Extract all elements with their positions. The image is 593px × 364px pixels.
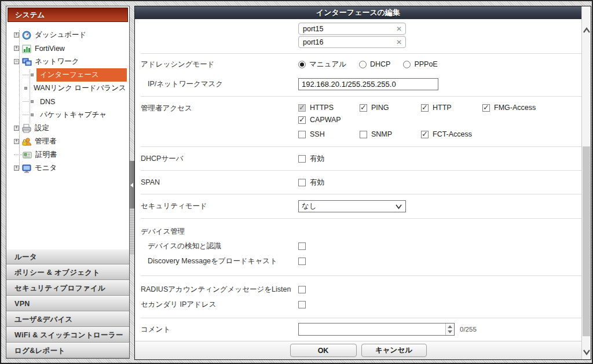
checkbox-fct-access[interactable]: FCT-Access <box>421 130 472 138</box>
security-mode-select[interactable]: なし <box>298 200 406 212</box>
device-management-block: デバイス管理 デバイスの検知と認識 Discovery Messageをブロード… <box>135 219 581 275</box>
sidebar-section-log-report[interactable]: ログ&レポート <box>6 343 129 358</box>
sidebar-item-admin[interactable]: + 管理者 <box>6 135 129 148</box>
discovery-broadcast-row: Discovery Messageをブロードキャスト <box>135 253 581 269</box>
sidebar-item-dashboard[interactable]: + ダッシュボード <box>6 28 129 42</box>
app-frame: システム + ダッシュボード + FortiView − <box>0 0 593 364</box>
sidebar-collapse-handle[interactable] <box>130 161 134 208</box>
expand-icon[interactable]: + <box>14 139 19 144</box>
comment-row: コメント 0/255 <box>135 320 581 339</box>
checkbox-icon[interactable] <box>360 104 367 112</box>
ip-mask-field[interactable] <box>298 78 438 90</box>
checkbox-label: SNMP <box>371 130 392 138</box>
expand-icon[interactable]: + <box>14 166 19 171</box>
scroll-up-icon[interactable] <box>582 25 591 36</box>
scrollbar-thumb[interactable] <box>583 146 590 336</box>
checkbox-radius-listen[interactable] <box>298 286 306 293</box>
checkbox-label: 有効 <box>310 154 324 164</box>
expand-icon[interactable]: + <box>14 32 19 38</box>
checkbox-icon[interactable] <box>298 104 306 112</box>
scrollbar[interactable] <box>581 6 591 359</box>
sidebar-item-label: インターフェース <box>36 68 127 82</box>
checkbox-discovery-broadcast[interactable] <box>298 258 306 265</box>
checkbox-label: FCT-Access <box>433 130 472 138</box>
radio-icon[interactable] <box>298 61 306 68</box>
sidebar-section-wifi-switch[interactable]: WiFi & スイッチコントローラー <box>6 327 129 343</box>
checkbox-label: HTTPS <box>310 104 334 112</box>
spinner-down-icon[interactable] <box>448 330 452 333</box>
sidebar-section-policy-objects[interactable]: ポリシー & オブジェクト <box>6 264 129 280</box>
radio-dhcp[interactable]: DHCP <box>359 60 390 68</box>
checkbox-span-enable[interactable]: 有効 <box>298 178 324 187</box>
bullet-icon <box>24 87 27 90</box>
checkbox-dhcp-enable[interactable]: 有効 <box>298 154 324 164</box>
radius-listen-label: RADIUSアカウンティングメッセージをListen <box>141 285 298 295</box>
radio-pppoe[interactable]: PPPoE <box>403 60 437 68</box>
collapse-icon[interactable]: − <box>14 59 19 64</box>
sidebar-item-dns[interactable]: DNS <box>6 95 129 108</box>
spinner-control[interactable] <box>445 323 454 335</box>
scroll-down-icon[interactable] <box>582 347 591 358</box>
comment-input[interactable] <box>299 323 442 335</box>
radio-icon[interactable] <box>403 61 411 68</box>
device-management-label: デバイス管理 <box>141 227 298 237</box>
remove-icon[interactable]: ✕ <box>396 24 402 34</box>
ok-button[interactable]: OK <box>290 344 357 357</box>
checkbox-icon[interactable] <box>298 155 306 163</box>
ip-mask-input[interactable] <box>299 80 438 89</box>
ip-mask-label: IP/ネットワークマスク <box>141 79 298 89</box>
checkbox-label: FMG-Access <box>494 104 536 112</box>
checkbox-icon[interactable] <box>298 131 306 138</box>
interface-name-field[interactable]: ✕ <box>298 23 406 35</box>
checkbox-secondary-ip[interactable] <box>298 301 306 308</box>
checkbox-fmg-access[interactable]: FMG-Access <box>482 104 536 112</box>
sidebar-item-fortiview[interactable]: + FortiView <box>6 42 129 55</box>
sidebar-item-label: DNS <box>36 96 58 108</box>
settings-icon <box>22 124 32 133</box>
checkbox-icon[interactable] <box>360 131 367 138</box>
checkbox-snmp[interactable]: SNMP <box>360 130 421 138</box>
checkbox-https[interactable]: HTTPS <box>298 104 360 112</box>
device-detection-label: デバイスの検知と認識 <box>141 241 298 251</box>
expand-icon[interactable]: + <box>14 46 19 51</box>
checkbox-ping[interactable]: PING <box>360 104 421 112</box>
sidebar-item-wan-load-balance[interactable]: WANリンク ロードバランス <box>6 82 129 95</box>
interface-name-input[interactable] <box>303 23 390 34</box>
dialog-title: インターフェースの編集 <box>135 6 581 19</box>
sidebar-item-packet-capture[interactable]: パケットキャプチャ <box>6 108 129 122</box>
comment-field[interactable] <box>298 323 455 336</box>
ip-mask-row: IP/ネットワークマスク <box>135 75 581 93</box>
sidebar-item-certificates[interactable]: 証明書 <box>6 148 129 161</box>
spinner-up-icon[interactable] <box>448 325 452 328</box>
checkbox-ssh[interactable]: SSH <box>298 130 360 138</box>
checkbox-capwap[interactable]: CAPWAP <box>298 116 341 124</box>
remove-icon[interactable]: ✕ <box>396 38 402 47</box>
radio-manual[interactable]: マニュアル <box>298 60 346 69</box>
checkbox-icon[interactable] <box>298 116 306 124</box>
sidebar-header-system[interactable]: システム <box>8 8 128 22</box>
sidebar: システム + ダッシュボード + FortiView − <box>6 6 130 359</box>
checkbox-icon[interactable] <box>421 131 429 138</box>
sidebar-section-vpn[interactable]: VPN <box>6 296 129 311</box>
cancel-button[interactable]: キャンセル <box>361 344 427 357</box>
sidebar-item-config[interactable]: + 設定 <box>6 122 129 135</box>
sidebar-section-user-device[interactable]: ユーザ&デバイス <box>6 311 129 327</box>
sidebar-item-network[interactable]: − ネットワーク <box>6 55 129 68</box>
sidebar-item-label: パケットキャプチャ <box>36 108 110 122</box>
sidebar-item-monitor[interactable]: + モニタ <box>6 161 129 175</box>
checkbox-http[interactable]: HTTP <box>421 104 482 112</box>
radio-icon[interactable] <box>359 61 367 68</box>
sidebar-item-interface[interactable]: インターフェース <box>6 68 129 82</box>
checkbox-icon[interactable] <box>298 179 306 186</box>
sidebar-section-security-profiles[interactable]: セキュリティプロファイル <box>6 280 129 296</box>
sidebar-section-router[interactable]: ルータ <box>6 249 129 264</box>
expand-icon[interactable]: + <box>14 126 19 131</box>
sidebar-item-label: 証明書 <box>35 150 57 160</box>
checkbox-icon[interactable] <box>421 104 429 112</box>
checkbox-device-detection[interactable] <box>298 242 306 250</box>
interface-name-field[interactable]: ✕ <box>298 36 406 48</box>
monitor-icon <box>22 164 32 173</box>
checkbox-label: CAPWAP <box>310 116 341 124</box>
interface-name-input[interactable] <box>303 36 390 47</box>
checkbox-icon[interactable] <box>482 104 490 112</box>
